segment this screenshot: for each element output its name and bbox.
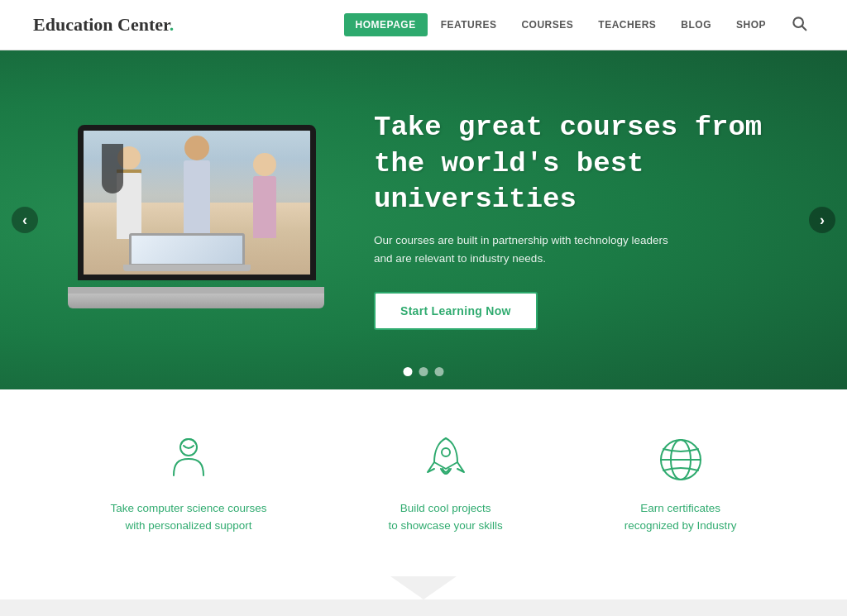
cta-button[interactable]: Start Learning Now xyxy=(374,292,538,330)
logo-dot: . xyxy=(170,14,175,35)
nav-teachers[interactable]: TEACHERS xyxy=(586,13,668,36)
feature-item-2: Build cool projectsto showcase your skil… xyxy=(389,431,503,535)
hero-description: Our courses are built in partnership wit… xyxy=(374,232,672,269)
nav-homepage[interactable]: HOMEPAGE xyxy=(344,13,428,36)
hero-prev-button[interactable]: ‹ xyxy=(12,207,38,233)
hero-dots xyxy=(404,367,444,376)
search-icon[interactable] xyxy=(784,12,814,39)
hero-next-button[interactable]: › xyxy=(809,207,835,233)
section-chevron xyxy=(390,576,457,599)
hero-dot-2[interactable] xyxy=(419,367,428,376)
globe-icon xyxy=(652,431,710,489)
feature-item-3: Earn certificatesrecognized by Industry xyxy=(624,431,737,535)
hero-section: ‹ › xyxy=(0,50,847,389)
logo-text: Education Center xyxy=(33,14,170,35)
hero-title: Take great courses from the world's best… xyxy=(374,110,779,218)
courses-section: Courses Starting Soon xyxy=(0,576,847,616)
rocket-icon xyxy=(417,431,475,489)
header: Education Center. HOMEPAGE FEATURES COUR… xyxy=(0,0,847,50)
feature-item-1: Take computer science courseswith person… xyxy=(111,431,267,535)
main-nav: HOMEPAGE FEATURES COURSES TEACHERS BLOG … xyxy=(344,12,814,39)
nav-blog[interactable]: BLOG xyxy=(669,13,723,36)
hero-text-area: Take great courses from the world's best… xyxy=(374,110,779,329)
feature-label-1: Take computer science courseswith person… xyxy=(111,500,267,535)
hero-image xyxy=(68,125,324,315)
logo: Education Center. xyxy=(33,14,174,36)
hero-dot-1[interactable] xyxy=(404,367,413,376)
nav-courses[interactable]: COURSES xyxy=(510,13,585,36)
hero-content: Take great courses from the world's best… xyxy=(68,110,779,329)
svg-point-3 xyxy=(442,448,450,456)
feature-label-2: Build cool projectsto showcase your skil… xyxy=(389,500,503,535)
svg-line-1 xyxy=(802,26,806,30)
feature-label-3: Earn certificatesrecognized by Industry xyxy=(624,500,737,535)
nav-features[interactable]: FEATURES xyxy=(429,13,509,36)
hero-dot-3[interactable] xyxy=(435,367,444,376)
features-section: Take computer science courseswith person… xyxy=(0,389,847,576)
student-icon xyxy=(160,431,218,489)
nav-shop[interactable]: SHOP xyxy=(725,13,778,36)
